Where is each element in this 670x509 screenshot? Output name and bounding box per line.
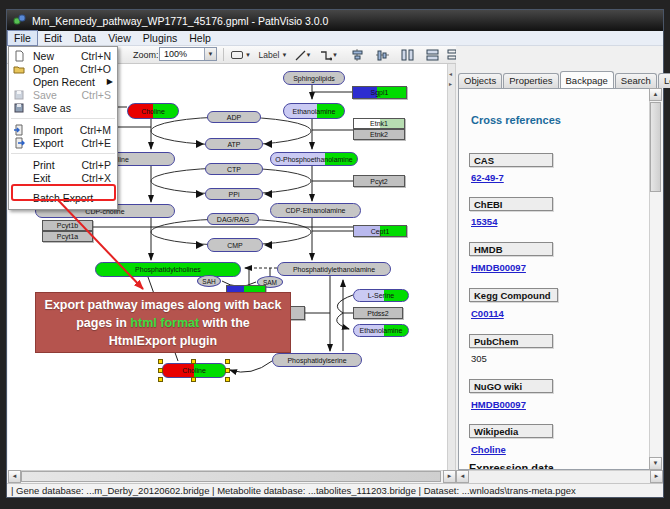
menu-plugins[interactable]: Plugins [137, 31, 183, 45]
selection-handle[interactable] [158, 377, 163, 382]
xref-link[interactable]: C00114 [471, 308, 504, 319]
tab-search[interactable]: Search [615, 73, 657, 88]
file-menu-import[interactable]: ImportCtrl+M [9, 123, 117, 136]
align-vertical-button[interactable] [373, 48, 391, 62]
node-phosphatidylserine[interactable]: Phosphatidylserine [272, 353, 362, 367]
label-tool-button[interactable]: Label ▼ [257, 48, 289, 62]
zoom-combo[interactable]: 100% ▼ [159, 47, 217, 61]
collapse-left-icon[interactable]: ◂ [449, 70, 452, 77]
xref-link[interactable]: 15354 [471, 216, 497, 227]
menu-help[interactable]: Help [183, 31, 217, 45]
node-adp[interactable]: ADP [207, 111, 261, 123]
xref-link[interactable]: Choline [471, 444, 506, 455]
common-height-button[interactable] [398, 48, 416, 62]
expression-data-heading: Expression data [469, 462, 554, 470]
file-menu-exit[interactable]: ExitCtrl+X [9, 171, 117, 184]
xref-link[interactable]: HMDB00097 [471, 262, 526, 273]
node-cdp-ethanolamine[interactable]: CDP-Ethanolamine [270, 203, 361, 218]
node-o-phosphoethanolamine[interactable]: O-Phosphoethanolamine [270, 152, 358, 166]
node-ctp[interactable]: CTP [205, 163, 263, 175]
file-menu-save-as[interactable]: Save as [9, 101, 117, 114]
file-menu-export[interactable]: ExportCtrl+E [9, 136, 117, 149]
node-pcyt1a[interactable]: Pcyt1a [42, 231, 93, 242]
tab-properties[interactable]: Properties [503, 73, 558, 88]
xref-db-header: Kegg Compound [469, 288, 558, 302]
selection-handle[interactable] [225, 377, 230, 382]
selection-handle[interactable] [158, 368, 163, 373]
scroll-thumb[interactable] [21, 471, 441, 482]
menu-file[interactable]: File [7, 30, 38, 46]
xref-db-header: Wikipedia [469, 424, 553, 438]
panel-splitter[interactable]: ◂ ▸ [447, 64, 456, 470]
node-atp[interactable]: ATP [205, 138, 263, 150]
chevron-down-icon[interactable]: ▼ [204, 48, 216, 60]
file-menu-open[interactable]: OpenCtrl+O [9, 62, 117, 75]
new-document-icon [13, 50, 25, 62]
selection-handle[interactable] [191, 377, 196, 382]
menu-edit[interactable]: Edit [38, 31, 68, 45]
scroll-right-icon[interactable]: ► [650, 470, 663, 483]
scroll-left-icon[interactable]: ◄ [456, 470, 469, 483]
selection-handle[interactable] [191, 359, 196, 364]
node-ptdss2[interactable]: Ptdss2 [353, 307, 403, 319]
menu-data[interactable]: Data [68, 31, 102, 45]
tab-legend[interactable]: Legend [658, 73, 670, 88]
xref-db-header: CAS [469, 153, 553, 167]
selection-handle[interactable] [225, 368, 230, 373]
title-bar[interactable]: Mm_Kennedy_pathway_WP1771_45176.gpml - P… [7, 10, 663, 31]
zoom-label: Zoom: [133, 50, 159, 60]
file-menu-new[interactable]: NewCtrl+N [9, 49, 117, 62]
node-dag[interactable]: DAG/RAG [207, 213, 259, 225]
common-width-button[interactable] [423, 48, 441, 62]
node-sgpl1[interactable]: Sgpl1 [352, 86, 407, 99]
file-menu: NewCtrl+N OpenCtrl+O Open Recent▶ SaveCt… [8, 46, 118, 210]
node-sphingolipids[interactable]: Sphingolipids [283, 71, 345, 85]
import-icon [13, 124, 25, 136]
menu-view[interactable]: View [102, 31, 137, 45]
xref-link[interactable]: HMDB00097 [471, 399, 526, 410]
pathvisio-window: Mm_Kennedy_pathway_WP1771_45176.gpml - P… [6, 9, 664, 498]
scroll-right-icon[interactable]: ► [443, 470, 456, 483]
side-panel-tabs: Objects Properties Backpage Search Legen… [458, 73, 670, 88]
panel-vertical-scrollbar[interactable]: ▲ ▼ [649, 88, 662, 470]
canvas-horizontal-scrollbar[interactable]: ◄ ► [8, 470, 456, 483]
node-cmp[interactable]: CMP [207, 238, 263, 252]
node-pcyt2[interactable]: Pcyt2 [353, 175, 405, 187]
panel-horizontal-scrollbar[interactable]: ◄ ► [456, 470, 663, 483]
gene-tool-button[interactable]: ▼ [228, 48, 254, 62]
file-menu-save[interactable]: SaveCtrl+S [9, 88, 117, 101]
node-ethanolamine[interactable]: Ethanolamine [283, 103, 345, 119]
node-phosphatidylethanolamine[interactable]: Phosphatidylethanolamine [277, 262, 391, 276]
node-cept1[interactable]: Cept1 [353, 225, 407, 237]
node-ppi[interactable]: PPi [205, 188, 263, 200]
connector-tool-button[interactable]: ▼ [317, 48, 341, 62]
annotation-callout: Export pathway images along with back pa… [35, 292, 291, 353]
selection-handle[interactable] [225, 359, 230, 364]
node-phosphatidylcholines[interactable]: Phosphatidylcholines [95, 262, 241, 277]
node-ethanolamine-2[interactable]: Ethanolamine [353, 324, 409, 337]
node-choline-selected[interactable]: Choline [162, 363, 226, 378]
node-etnk1[interactable]: Etnk1 [353, 118, 405, 129]
xref-value: 305 [471, 353, 487, 364]
tab-backpage[interactable]: Backpage [560, 71, 614, 88]
scroll-thumb[interactable] [650, 102, 661, 192]
chevron-down-icon: ▼ [332, 52, 338, 58]
tab-objects[interactable]: Objects [458, 73, 502, 88]
file-menu-open-recent[interactable]: Open Recent▶ [9, 75, 117, 88]
file-menu-print[interactable]: PrintCtrl+P [9, 158, 117, 171]
align-horizontal-button[interactable] [348, 48, 366, 62]
node-l-serine[interactable]: L-Serine [353, 289, 409, 302]
line-tool-button[interactable]: ▼ [292, 48, 314, 62]
chevron-down-icon: ▼ [306, 52, 312, 58]
node-sah[interactable]: SAH [197, 275, 221, 287]
node-pcyt1b[interactable]: Pcyt1b [42, 220, 93, 231]
scroll-left-icon[interactable]: ◄ [8, 470, 21, 483]
scroll-up-icon[interactable]: ▲ [649, 88, 662, 101]
app-icon[interactable] [13, 14, 26, 27]
xref-link[interactable]: 62-49-7 [471, 172, 504, 183]
node-etnk2[interactable]: Etnk2 [353, 129, 405, 140]
selection-handle[interactable] [158, 359, 163, 364]
collapse-right-icon[interactable]: ▸ [449, 80, 452, 87]
scroll-down-icon[interactable]: ▼ [649, 457, 662, 470]
node-choline[interactable]: Choline [127, 103, 179, 119]
